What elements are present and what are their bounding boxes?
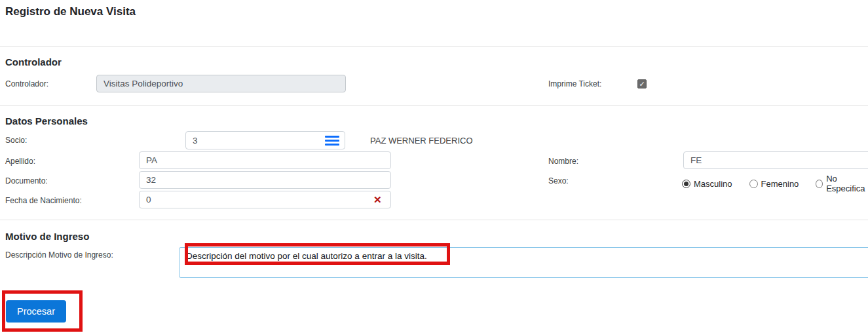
nombre-label: Nombre:	[548, 157, 578, 166]
radio-circle-icon	[749, 180, 758, 188]
section-header-motivo: Motivo de Ingreso	[5, 231, 89, 242]
socio-field	[185, 131, 345, 149]
radio-no-especifica[interactable]: No Especifica	[816, 174, 868, 193]
check-icon: ✓	[639, 80, 645, 88]
apellido-input[interactable]	[139, 151, 391, 169]
radio-femenino[interactable]: Femenino	[749, 179, 799, 189]
section-header-datos-personales: Datos Personales	[5, 115, 88, 127]
descripcion-motivo-label: Descripción Motivo de Ingreso:	[5, 250, 113, 260]
nombre-input[interactable]	[683, 151, 868, 169]
controlador-input	[96, 75, 346, 92]
socio-member-name: PAZ WERNER FEDERICO	[370, 136, 473, 146]
radio-circle-icon	[682, 180, 690, 188]
imprime-ticket-checkbox[interactable]: ✓	[637, 79, 647, 88]
fecha-nacimiento-label: Fecha de Nacimiento:	[5, 196, 82, 205]
divider	[0, 46, 868, 47]
sexo-radio-group: Masculino Femenino No Especifica	[682, 174, 868, 193]
documento-label: Documento:	[5, 176, 48, 186]
socio-input[interactable]	[186, 136, 325, 146]
page-title: Registro de Nueva Visita	[5, 5, 136, 18]
radio-masculino[interactable]: Masculino	[682, 179, 732, 189]
radio-label: Femenino	[761, 179, 799, 189]
error-x-icon[interactable]: ✕	[373, 195, 382, 205]
divider	[0, 220, 868, 220]
controlador-label: Controlador:	[5, 79, 48, 88]
descripcion-motivo-textarea[interactable]: Descripción del motivo por el cual autor…	[179, 247, 868, 278]
socio-label: Socio:	[5, 136, 27, 145]
radio-label: Masculino	[694, 179, 732, 189]
section-header-controlador: Controlador	[5, 56, 62, 68]
procesar-button[interactable]: Procesar	[6, 300, 66, 323]
menu-icon[interactable]	[325, 136, 339, 146]
sexo-label: Sexo:	[548, 176, 569, 186]
radio-label: No Especifica	[826, 174, 868, 193]
apellido-label: Apellido:	[5, 157, 35, 166]
radio-circle-icon	[816, 180, 823, 188]
imprime-ticket-label: Imprime Ticket:	[548, 79, 601, 88]
divider	[0, 105, 868, 106]
documento-input[interactable]	[139, 171, 391, 189]
fecha-nacimiento-input[interactable]	[139, 191, 391, 208]
